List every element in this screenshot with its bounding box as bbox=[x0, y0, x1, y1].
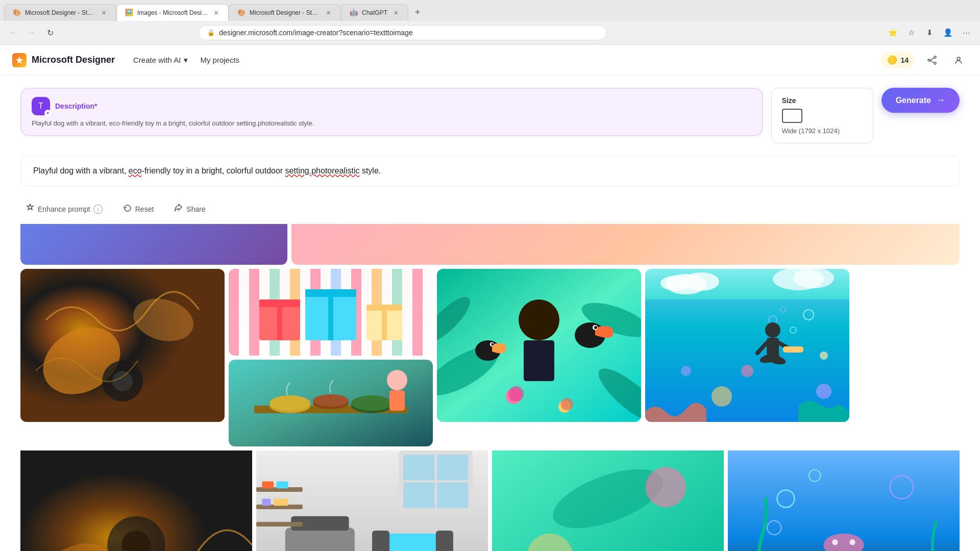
image-kitchen[interactable] bbox=[229, 360, 433, 446]
prompt-icon: T ✦ bbox=[32, 97, 50, 115]
tab-2[interactable]: 🖼️ Images - Microsoft Designer ✕ bbox=[116, 4, 229, 21]
svg-rect-115 bbox=[262, 498, 271, 506]
gallery-col-2 bbox=[229, 269, 433, 446]
svg-rect-108 bbox=[372, 531, 389, 551]
create-dropdown-icon: ▾ bbox=[184, 56, 188, 65]
gallery-grid bbox=[20, 269, 960, 446]
generate-label: Generate bbox=[896, 96, 931, 105]
logo-text: Microsoft Designer bbox=[32, 55, 115, 65]
gallery-item-gym-left[interactable] bbox=[20, 450, 252, 551]
prompt-box[interactable]: T ✦ Description* Playful dog with a vibr… bbox=[20, 88, 763, 136]
tab-4[interactable]: 🤖 ChatGPT ✕ bbox=[341, 4, 408, 21]
underwater-2-image bbox=[728, 450, 960, 551]
tab-3-favicon: 🎨 bbox=[237, 9, 246, 17]
coins-badge[interactable]: 🟡 14 bbox=[881, 52, 915, 68]
tab-4-close[interactable]: ✕ bbox=[391, 9, 400, 17]
reset-button[interactable]: Reset bbox=[118, 201, 159, 218]
tab-1-close[interactable]: ✕ bbox=[101, 9, 108, 17]
tab-3-label: Microsoft Designer - Stunning bbox=[250, 9, 321, 16]
svg-point-0 bbox=[934, 56, 936, 58]
tab-3-close[interactable]: ✕ bbox=[325, 9, 332, 17]
tab-2-favicon: 🖼️ bbox=[125, 9, 133, 17]
size-selector[interactable]: Size Wide (1792 x 1024) bbox=[771, 88, 873, 143]
svg-line-3 bbox=[930, 58, 934, 60]
prompt-footer: Enhance prompt i Reset Share bbox=[20, 194, 960, 224]
favorites-button[interactable]: ☆ bbox=[904, 26, 919, 40]
partial-image-1[interactable] bbox=[20, 224, 287, 265]
size-value: Wide (1792 x 1024) bbox=[782, 127, 863, 135]
enhance-prompt-button[interactable]: Enhance prompt i bbox=[20, 201, 108, 218]
svg-point-2 bbox=[934, 62, 936, 64]
profile-button[interactable]: 👤 bbox=[941, 26, 955, 40]
prompt-header: T ✦ Description* bbox=[32, 97, 752, 115]
top-partial-row bbox=[20, 224, 960, 265]
downloads-button[interactable]: ⬇ bbox=[923, 26, 937, 40]
tab-2-label: Images - Microsoft Designer bbox=[137, 9, 208, 16]
enhance-icon bbox=[26, 204, 35, 215]
back-button[interactable]: ← bbox=[6, 26, 20, 40]
tab-4-favicon: 🤖 bbox=[350, 9, 358, 17]
tab-1-label: Microsoft Designer - Stunning bbox=[25, 9, 96, 16]
svg-point-127 bbox=[832, 539, 838, 545]
gallery-col-1 bbox=[20, 269, 225, 446]
svg-line-4 bbox=[930, 60, 934, 62]
svg-point-128 bbox=[849, 539, 855, 545]
extensions-button[interactable]: ⭐ bbox=[886, 26, 900, 40]
image-stripes[interactable] bbox=[229, 269, 433, 356]
share-header-button[interactable] bbox=[923, 51, 941, 69]
svg-rect-103 bbox=[285, 528, 355, 551]
svg-rect-107 bbox=[384, 533, 442, 550]
address-bar: ← → ↻ 🔒 designer.microsoft.com/image-cre… bbox=[0, 21, 980, 44]
gallery-item-continuation[interactable] bbox=[492, 450, 724, 551]
gallery-item-gym[interactable] bbox=[256, 450, 488, 551]
partial-img-purple bbox=[20, 224, 287, 265]
app-header: Microsoft Designer Create with AI ▾ My p… bbox=[0, 45, 980, 76]
generate-arrow-icon: → bbox=[936, 95, 945, 106]
new-tab-button[interactable]: + bbox=[410, 6, 425, 20]
svg-rect-109 bbox=[436, 531, 453, 551]
tab-2-close[interactable]: ✕ bbox=[212, 9, 220, 17]
partial-image-2[interactable] bbox=[291, 224, 960, 265]
main-content: T ✦ Description* Playful dog with a vibr… bbox=[0, 76, 980, 551]
size-preview-box bbox=[782, 109, 802, 123]
svg-point-5 bbox=[957, 57, 960, 60]
underline-setting: setting.photorealistic bbox=[285, 166, 360, 175]
share-button[interactable]: Share bbox=[169, 201, 210, 218]
svg-rect-114 bbox=[277, 481, 288, 488]
gallery-row-2 bbox=[20, 450, 960, 551]
partial-img-pink bbox=[291, 224, 960, 265]
url-bar[interactable]: 🔒 designer.microsoft.com/image-creator?s… bbox=[199, 25, 607, 40]
my-projects-nav[interactable]: My projects bbox=[194, 52, 246, 68]
refresh-button[interactable]: ↻ bbox=[43, 26, 57, 40]
image-scuba[interactable] bbox=[645, 269, 849, 422]
profile-header-button[interactable] bbox=[949, 51, 968, 69]
create-with-ai-label: Create with AI bbox=[133, 56, 181, 64]
gallery-item-underwater-2[interactable] bbox=[728, 450, 960, 551]
image-art[interactable] bbox=[20, 269, 225, 422]
forward-button[interactable]: → bbox=[24, 26, 39, 40]
gym-image bbox=[256, 450, 488, 551]
tab-3[interactable]: 🎨 Microsoft Designer - Stunning ✕ bbox=[229, 4, 341, 21]
tab-1[interactable]: 🎨 Microsoft Designer - Stunning ✕ bbox=[4, 4, 116, 21]
share-icon bbox=[174, 204, 183, 215]
create-with-ai-nav[interactable]: Create with AI ▾ bbox=[127, 52, 194, 69]
underline-eco: eco bbox=[129, 166, 142, 175]
url-text: designer.microsoft.com/image-creator?sce… bbox=[219, 29, 412, 37]
gallery-col-3 bbox=[437, 269, 641, 446]
coin-icon: 🟡 bbox=[887, 55, 897, 65]
size-label: Size bbox=[782, 96, 863, 105]
enhance-label: Enhance prompt bbox=[38, 205, 90, 213]
header-right: 🟡 14 bbox=[881, 51, 968, 69]
tab-4-label: ChatGPT bbox=[362, 9, 387, 16]
tab-1-favicon: 🎨 bbox=[13, 9, 21, 17]
art-bottom-image bbox=[20, 450, 252, 551]
prompt-container: T ✦ Description* Playful dog with a vibr… bbox=[20, 88, 960, 143]
image-toucan[interactable] bbox=[437, 269, 641, 422]
svg-rect-113 bbox=[262, 481, 274, 488]
settings-button[interactable]: ⋯ bbox=[960, 26, 974, 40]
logo-area: Microsoft Designer bbox=[12, 53, 115, 67]
svg-rect-112 bbox=[256, 522, 303, 527]
generate-button[interactable]: Generate → bbox=[881, 88, 960, 113]
gallery-col-4 bbox=[645, 269, 849, 446]
prompt-editor[interactable]: Playful dog with a vibrant, eco-friendly… bbox=[20, 156, 960, 186]
